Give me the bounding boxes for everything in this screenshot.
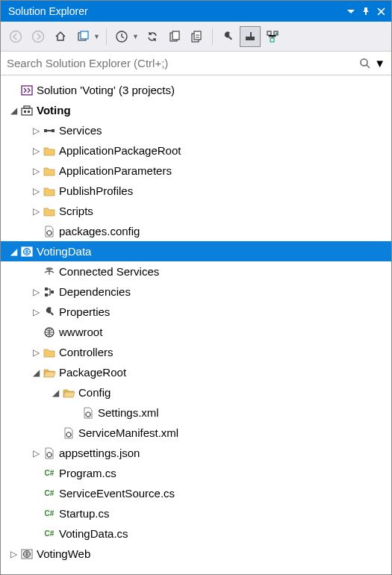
expand-icon[interactable]: ▷ (31, 206, 41, 217)
tree-item-app-parameters[interactable]: ▷ ApplicationParameters (1, 161, 391, 181)
expand-icon[interactable]: ▷ (31, 307, 41, 317)
sync-button[interactable] (142, 26, 163, 47)
scope-dropdown-icon[interactable]: ▼ (93, 33, 100, 40)
item-label: ServiceManifest.xml (77, 426, 178, 439)
separator (212, 28, 213, 45)
solution-tree: ▶ Solution 'Voting' (3 projects) ◢ Votin… (1, 75, 391, 574)
window-menu-icon[interactable] (343, 4, 358, 19)
folder-open-icon (41, 367, 57, 379)
project-voting-web[interactable]: ▷ VotingWeb (1, 544, 391, 564)
svg-rect-3 (81, 31, 88, 39)
web-project-icon (19, 245, 35, 258)
solution-node[interactable]: ▶ Solution 'Voting' (3 projects) (1, 80, 391, 100)
tree-item-service-manifest[interactable]: ▷ ServiceManifest.xml (1, 423, 391, 443)
nav-back-button[interactable] (5, 26, 26, 47)
view-class-diagram-button[interactable] (262, 26, 283, 47)
pending-changes-button[interactable] (111, 26, 132, 47)
collapse-icon[interactable]: ◢ (31, 367, 41, 378)
svg-rect-10 (250, 32, 252, 37)
item-label: Program.cs (57, 467, 116, 479)
svg-rect-18 (24, 111, 26, 113)
tree-item-connected-services[interactable]: ▷ Connected Services (1, 261, 391, 282)
collapse-icon[interactable]: ◢ (8, 105, 19, 116)
project-voting[interactable]: ◢ Voting (1, 100, 391, 120)
tree-item-scripts[interactable]: ▷ Scripts (1, 201, 391, 221)
tree-item-app-package-root[interactable]: ▷ ApplicationPackageRoot (1, 140, 391, 161)
tree-item-config[interactable]: ◢ Config (1, 382, 391, 402)
service-fabric-project-icon (19, 104, 35, 117)
scope-button[interactable] (72, 26, 93, 47)
connected-services-icon (41, 266, 57, 278)
references-icon (41, 125, 57, 137)
tree-item-voting-data-cs[interactable]: ▷ C# VotingData.cs (1, 523, 391, 544)
csharp-file-icon: C# (41, 469, 57, 477)
expand-icon[interactable]: ▷ (31, 186, 41, 196)
tree-item-properties[interactable]: ▷ Properties (1, 302, 391, 322)
svg-rect-28 (51, 290, 54, 293)
tree-item-publish-profiles[interactable]: ▷ PublishProfiles (1, 181, 391, 201)
tree-item-appsettings[interactable]: ▷ appsettings.json (1, 443, 391, 463)
item-label: PackageRoot (57, 366, 126, 379)
search-bar: ▼ (1, 52, 391, 75)
svg-rect-17 (24, 106, 30, 108)
item-label: PublishProfiles (57, 184, 133, 197)
tree-item-packages-config[interactable]: ▷ packages.config (1, 221, 391, 241)
show-all-files-button[interactable] (164, 26, 185, 47)
wrench-icon (41, 305, 57, 319)
item-label: VotingData.cs (57, 527, 128, 540)
tree-item-controllers[interactable]: ▷ Controllers (1, 342, 391, 362)
tree-item-settings-xml[interactable]: ▷ Settings.xml (1, 402, 391, 423)
close-icon[interactable] (373, 4, 388, 19)
expand-icon[interactable]: ▷ (31, 347, 41, 358)
svg-point-14 (361, 59, 367, 66)
tree-item-startup-cs[interactable]: ▷ C# Startup.cs (1, 503, 391, 523)
collapse-icon[interactable]: ◢ (8, 246, 19, 257)
svg-rect-26 (45, 288, 48, 290)
folder-icon (41, 145, 57, 157)
svg-rect-22 (47, 130, 52, 131)
pending-dropdown-icon[interactable]: ▼ (132, 33, 139, 40)
preview-selected-button[interactable] (240, 26, 261, 47)
item-label: wwwroot (57, 326, 102, 338)
tree-item-wwwroot[interactable]: ▷ wwwroot (1, 322, 391, 342)
svg-rect-19 (28, 111, 30, 113)
search-dropdown-icon[interactable]: ▼ (374, 57, 385, 69)
home-button[interactable] (50, 26, 71, 47)
expand-icon[interactable]: ▷ (31, 287, 41, 297)
item-label: Config (77, 386, 111, 399)
item-label: Scripts (57, 205, 93, 217)
solution-icon (19, 84, 35, 97)
expand-icon[interactable]: ▷ (31, 125, 41, 136)
svg-rect-16 (22, 108, 32, 115)
tree-item-services[interactable]: ▷ Services (1, 120, 391, 140)
svg-rect-6 (172, 31, 179, 40)
search-icon[interactable] (359, 58, 371, 69)
globe-icon (41, 326, 57, 339)
tree-item-service-event-source[interactable]: ▷ C# ServiceEventSource.cs (1, 483, 391, 503)
collapse-icon[interactable]: ◢ (50, 388, 60, 398)
expand-icon[interactable]: ▷ (8, 549, 19, 559)
expand-icon[interactable]: ▷ (31, 448, 41, 459)
xml-config-file-icon (60, 426, 77, 440)
tree-item-package-root[interactable]: ◢ PackageRoot (1, 362, 391, 382)
svg-point-1 (33, 31, 44, 42)
properties-button[interactable] (217, 26, 238, 47)
titlebar-title: Solution Explorer (8, 5, 343, 17)
nav-forward-button[interactable] (28, 26, 49, 47)
tree-item-program-cs[interactable]: ▷ C# Program.cs (1, 463, 391, 483)
collapse-all-button[interactable] (187, 26, 208, 47)
expand-icon[interactable]: ▷ (31, 146, 41, 156)
solution-label: Solution 'Voting' (3 projects) (35, 84, 175, 96)
item-label: Connected Services (57, 265, 159, 278)
pin-icon[interactable] (358, 4, 373, 19)
svg-rect-9 (246, 37, 255, 40)
item-label: ServiceEventSource.cs (57, 487, 175, 500)
project-voting-data[interactable]: ◢ VotingData (1, 241, 391, 261)
tree-item-dependencies[interactable]: ▷ Dependencies (1, 282, 391, 302)
toolbar: ▼ ▼ (1, 22, 391, 52)
item-label: ApplicationParameters (57, 164, 172, 177)
svg-rect-11 (267, 31, 271, 35)
expand-icon[interactable]: ▷ (31, 166, 41, 176)
search-input[interactable] (7, 57, 359, 69)
item-label: Properties (57, 305, 110, 318)
